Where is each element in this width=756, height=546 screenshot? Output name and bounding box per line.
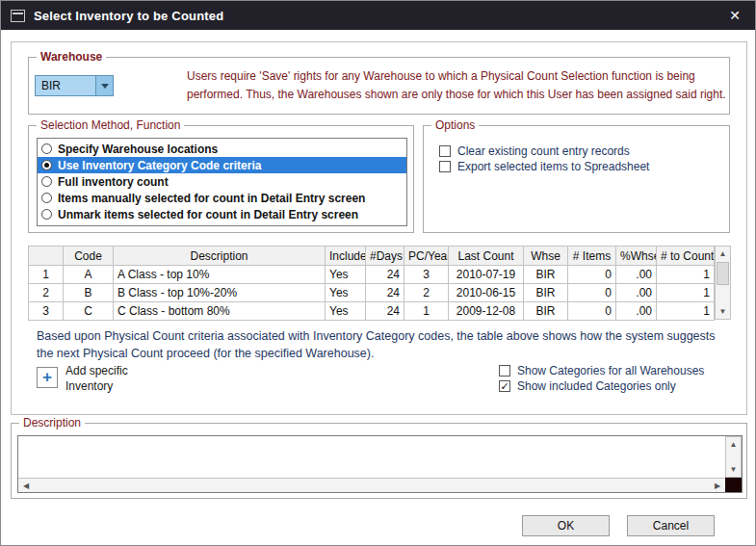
- cell-include[interactable]: Yes: [326, 284, 366, 302]
- description-horizontal-scrollbar[interactable]: ◀ ▶: [18, 478, 725, 492]
- cell-rownum[interactable]: 1: [29, 266, 64, 284]
- cancel-button[interactable]: Cancel: [627, 515, 715, 536]
- col-header-pc-year[interactable]: PC/Year: [404, 247, 449, 266]
- cell-items[interactable]: 0: [568, 284, 616, 302]
- table-header-row: Code Description Include #Days PC/Year L…: [29, 247, 715, 266]
- col-header-rownum[interactable]: [29, 247, 64, 266]
- col-header-include[interactable]: Include: [326, 247, 366, 266]
- warehouse-note-text: Users require 'Save' rights for any Ware…: [187, 67, 736, 103]
- checkbox-icon[interactable]: [439, 161, 451, 172]
- scroll-up-icon[interactable]: ▲: [716, 247, 730, 261]
- checkbox-icon[interactable]: [439, 145, 451, 157]
- warehouse-group-label: Warehouse: [37, 50, 106, 64]
- scroll-up-icon[interactable]: ▲: [726, 437, 741, 452]
- cell-code[interactable]: A: [64, 266, 114, 284]
- cell-pc-year[interactable]: 1: [404, 302, 449, 321]
- cell-rownum[interactable]: 3: [29, 302, 64, 321]
- cell-rownum[interactable]: 2: [29, 284, 64, 302]
- cell-pc-year[interactable]: 2: [404, 284, 449, 302]
- add-specific-inventory-button[interactable]: +: [37, 367, 58, 388]
- radio-option-label: Specify Warehouse locations: [58, 143, 218, 156]
- radio-option-unmark-items-selected[interactable]: Unmark items selected for count in Detai…: [38, 206, 406, 222]
- cell-items[interactable]: 0: [568, 302, 616, 321]
- radio-option-label: Unmark items selected for count in Detai…: [58, 208, 358, 221]
- radio-option-items-manually-selected[interactable]: Items manually selected for count in Det…: [38, 190, 406, 206]
- cell-to-count[interactable]: 1: [657, 284, 715, 302]
- cell-code[interactable]: B: [64, 284, 114, 302]
- description-textarea[interactable]: ▲ ▼ ◀ ▶: [17, 435, 743, 493]
- warehouse-group: Warehouse BIR Users require 'Save' right…: [28, 57, 730, 115]
- col-header-items[interactable]: # Items: [568, 247, 616, 266]
- checkbox-show-included-only[interactable]: ✓ Show included Categories only: [499, 379, 676, 393]
- cell-include[interactable]: Yes: [326, 266, 366, 284]
- cell-whse[interactable]: BIR: [524, 302, 568, 321]
- scrollbar-thumb[interactable]: [717, 262, 729, 285]
- radio-option-full-inventory-count[interactable]: Full inventory count: [38, 173, 406, 190]
- scroll-right-icon[interactable]: ▶: [710, 479, 725, 492]
- cell-description[interactable]: C Class - bottom 80%: [114, 302, 326, 321]
- cell-include[interactable]: Yes: [326, 302, 366, 321]
- table-row[interactable]: 3 C C Class - bottom 80% Yes 24 1 2009-1…: [29, 302, 715, 321]
- radio-option-label: Full inventory count: [58, 175, 169, 189]
- selection-method-label: Selection Method, Function: [37, 118, 184, 132]
- cell-whse[interactable]: BIR: [524, 284, 568, 302]
- cell-to-count[interactable]: 1: [657, 302, 715, 321]
- cell-description[interactable]: B Class - top 10%-20%: [114, 284, 326, 302]
- cell-whse[interactable]: BIR: [524, 266, 568, 284]
- col-header-to-count[interactable]: # to Count: [657, 247, 715, 266]
- table-row[interactable]: 1 A A Class - top 10% Yes 24 3 2010-07-1…: [29, 266, 715, 284]
- col-header-days[interactable]: #Days: [366, 247, 404, 266]
- cell-days[interactable]: 24: [366, 266, 404, 284]
- chevron-down-icon[interactable]: [95, 76, 113, 95]
- col-header-last-count[interactable]: Last Count: [449, 247, 524, 266]
- checkbox-label: Show Categories for all Warehouses: [517, 364, 704, 377]
- main-content-frame: Warehouse BIR Users require 'Save' right…: [11, 41, 747, 415]
- close-icon[interactable]: ✕: [724, 9, 745, 22]
- ok-button[interactable]: OK: [522, 515, 610, 536]
- col-header-code[interactable]: Code: [64, 247, 114, 266]
- col-header-pct-whse[interactable]: %Whse: [616, 247, 657, 266]
- checkbox-show-all-warehouses[interactable]: Show Categories for all Warehouses: [499, 364, 704, 377]
- cell-days[interactable]: 24: [366, 302, 404, 321]
- cell-last-count[interactable]: 2010-07-19: [449, 266, 524, 284]
- cell-pct-whse[interactable]: .00: [616, 302, 657, 321]
- checkbox-clear-existing-count-records[interactable]: Clear existing count entry records: [439, 144, 630, 158]
- cell-pct-whse[interactable]: .00: [616, 266, 657, 284]
- cell-pct-whse[interactable]: .00: [616, 284, 657, 302]
- checkbox-label: Clear existing count entry records: [457, 144, 630, 158]
- warehouse-select[interactable]: BIR: [35, 75, 114, 96]
- options-group: Options Clear existing count entry recor…: [423, 125, 730, 233]
- cell-days[interactable]: 24: [366, 284, 404, 302]
- radio-option-label: Items manually selected for count in Det…: [58, 192, 365, 205]
- radio-option-use-inventory-category-code[interactable]: Use Inventory Category Code criteria: [38, 157, 406, 173]
- cell-last-count[interactable]: 2009-12-08: [449, 302, 524, 321]
- titlebar: Select Inventory to be Counted ✕: [1, 1, 755, 30]
- cell-to-count[interactable]: 1: [657, 266, 715, 284]
- options-group-label: Options: [431, 118, 479, 132]
- table-row[interactable]: 2 B B Class - top 10%-20% Yes 24 2 2010-…: [29, 284, 715, 302]
- cell-description[interactable]: A Class - top 10%: [114, 266, 326, 284]
- checkbox-export-to-spreadsheet[interactable]: Export selected items to Spreadsheet: [439, 160, 649, 173]
- radio-option-label: Use Inventory Category Code criteria: [58, 159, 261, 172]
- radio-selected-icon: [41, 160, 52, 170]
- cell-pc-year[interactable]: 3: [404, 266, 449, 284]
- radio-option-specify-warehouse-locations[interactable]: Specify Warehouse locations: [38, 141, 406, 157]
- cell-code[interactable]: C: [64, 302, 114, 321]
- checkbox-checked-icon[interactable]: ✓: [499, 380, 510, 392]
- col-header-whse[interactable]: Whse: [524, 247, 568, 266]
- scroll-down-icon[interactable]: ▼: [726, 462, 741, 477]
- selection-method-listbox: Specify Warehouse locations Use Inventor…: [37, 138, 407, 226]
- selection-method-group: Selection Method, Function Specify Wareh…: [28, 125, 414, 233]
- description-vertical-scrollbar[interactable]: ▲ ▼: [725, 436, 742, 478]
- dialog-title: Select Inventory to be Counted: [34, 9, 223, 23]
- cell-items[interactable]: 0: [568, 266, 616, 284]
- checkbox-icon[interactable]: [499, 365, 510, 377]
- col-header-description[interactable]: Description: [114, 247, 326, 266]
- cell-last-count[interactable]: 2010-06-15: [449, 284, 524, 302]
- scroll-down-icon[interactable]: ▼: [716, 304, 730, 319]
- scroll-left-icon[interactable]: ◀: [18, 479, 34, 492]
- radio-icon: [41, 143, 52, 154]
- table-explanation-text: Based upon Physical Count criteria assoc…: [37, 327, 717, 362]
- checkbox-label: Export selected items to Spreadsheet: [457, 160, 649, 173]
- table-scrollbar[interactable]: ▲ ▼: [715, 246, 731, 320]
